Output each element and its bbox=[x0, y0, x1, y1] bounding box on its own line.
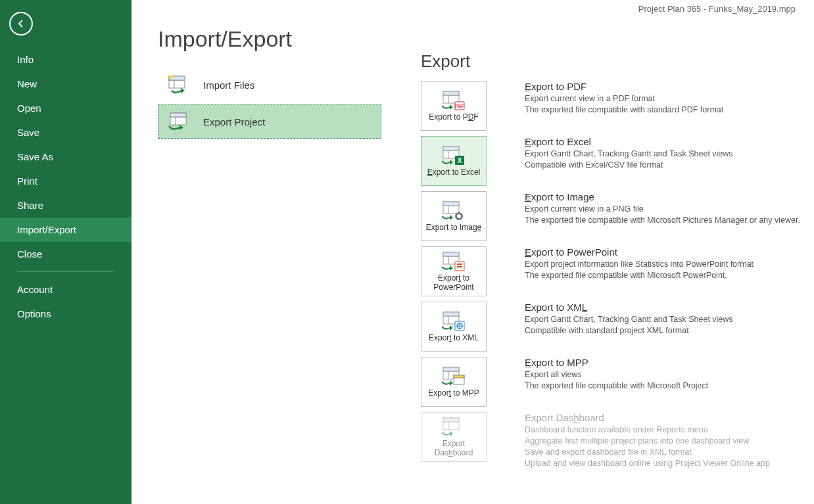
export-subtext: Export current view in a PDF format bbox=[525, 93, 723, 104]
svg-text:X: X bbox=[458, 157, 462, 164]
export-subtext: Compatible with standard project XML for… bbox=[525, 325, 733, 336]
dash-icon bbox=[442, 417, 466, 438]
export-description: Export DashboardDashboard function avail… bbox=[525, 412, 770, 469]
sidebar-item-save[interactable]: Save bbox=[0, 120, 132, 145]
tile-label: Export to Image bbox=[426, 223, 482, 232]
sidebar-item-close[interactable]: Close bbox=[0, 242, 132, 266]
svg-rect-35 bbox=[443, 252, 459, 256]
window-title: Project Plan 365 - Funks_May_2019.mpp bbox=[638, 4, 796, 14]
export-description: Export to ExcelExport Gantt Chart, Track… bbox=[525, 136, 733, 171]
sidebar-item-new[interactable]: New bbox=[0, 72, 132, 96]
svg-rect-55 bbox=[454, 375, 464, 378]
svg-rect-14 bbox=[443, 91, 459, 95]
export-tile-mpp[interactable]: Export to MPP bbox=[421, 357, 487, 407]
export-title: Export to Excel bbox=[525, 136, 733, 147]
image-icon bbox=[442, 200, 466, 221]
right-column: Export PDFExport to PDFExport to PDFExpo… bbox=[421, 0, 814, 504]
export-row-mpp: Export to MPPExport to MPPExport all vie… bbox=[421, 357, 801, 407]
backstage-sidebar: InfoNewOpenSaveSave AsPrintShareImport/E… bbox=[0, 0, 132, 504]
export-tile-pdf[interactable]: PDFExport to PDF bbox=[421, 81, 487, 131]
export-subtext: Dashboard function available under Repor… bbox=[525, 424, 770, 436]
xml-icon bbox=[442, 311, 466, 332]
export-description: Export to ImageExport current view in a … bbox=[525, 191, 800, 226]
export-title: Export to MPP bbox=[525, 357, 708, 368]
svg-rect-52 bbox=[443, 367, 459, 371]
export-title: Export to XML bbox=[525, 302, 733, 313]
tile-label: Export to PDF bbox=[429, 112, 478, 122]
pdf-icon: PDF bbox=[442, 90, 466, 111]
export-icon bbox=[168, 112, 191, 131]
sidebar-item-options[interactable]: Options bbox=[0, 302, 132, 326]
sidebar-item-print[interactable]: Print bbox=[0, 169, 132, 193]
tile-label: Export Dashboard bbox=[424, 439, 483, 458]
export-subtext: Export all views bbox=[525, 369, 708, 380]
export-tile-dash: Export Dashboard bbox=[421, 412, 487, 462]
sidebar-item-share[interactable]: Share bbox=[0, 193, 132, 218]
export-subtext: The exported file compatible with Micros… bbox=[525, 270, 754, 281]
svg-marker-36 bbox=[450, 265, 453, 271]
svg-marker-60 bbox=[450, 431, 453, 436]
svg-marker-44 bbox=[450, 325, 453, 331]
export-subtext: Compatible with Excel/CSV file format bbox=[525, 160, 733, 171]
export-tile-xml[interactable]: Export to XML bbox=[421, 302, 487, 352]
export-title: Export to Image bbox=[525, 191, 800, 202]
export-description: Export to XMLExport Gantt Chart, Trackin… bbox=[525, 302, 733, 336]
export-subtext: The exported file compatible with Micros… bbox=[525, 380, 708, 392]
svg-marker-15 bbox=[450, 104, 453, 110]
export-tile-image[interactable]: Export to Image bbox=[421, 191, 487, 241]
sidebar-item-account[interactable]: Account bbox=[0, 277, 132, 302]
export-row-xml: Export to XMLExport to XMLExport Gantt C… bbox=[421, 302, 801, 352]
export-row-image: Export to ImageExport to ImageExport cur… bbox=[421, 191, 801, 241]
export-project-option[interactable]: Export Project bbox=[158, 104, 381, 139]
export-title: Export Dashboard bbox=[525, 412, 770, 423]
export-subtext: Upload and view dashboard online using P… bbox=[525, 458, 770, 469]
svg-rect-39 bbox=[457, 266, 462, 267]
export-subtext: The exported file compatible with Micros… bbox=[525, 215, 800, 226]
svg-marker-10 bbox=[180, 125, 183, 130]
export-row-dash: Export DashboardExport DashboardDashboar… bbox=[421, 412, 801, 469]
tile-label: Export to PowerPoint bbox=[424, 273, 483, 292]
svg-marker-29 bbox=[450, 215, 453, 220]
svg-rect-59 bbox=[443, 418, 459, 422]
export-description: Export to PDFExport current view in a PD… bbox=[525, 81, 723, 116]
sidebar-item-open[interactable]: Open bbox=[0, 96, 132, 120]
sidebar-separator bbox=[17, 271, 114, 272]
import-files-option[interactable]: Import Files bbox=[158, 68, 381, 102]
excel-icon: X bbox=[442, 145, 466, 166]
svg-marker-4 bbox=[181, 88, 185, 93]
export-title: Export to PDF bbox=[525, 81, 723, 92]
export-subtext: The exported file compatible with standa… bbox=[525, 104, 723, 116]
svg-marker-22 bbox=[450, 160, 453, 165]
export-title: Export to PowerPoint bbox=[525, 246, 754, 258]
export-subtext: Export current view in a PNG file bbox=[525, 204, 800, 215]
sidebar-item-import-export[interactable]: Import/Export bbox=[0, 218, 132, 242]
tile-label: Export to Excel bbox=[427, 168, 481, 177]
export-row-excel: XExport to ExcelExport to ExcelExport Ga… bbox=[421, 136, 801, 186]
svg-text:PDF: PDF bbox=[455, 104, 465, 108]
export-tile-ppt[interactable]: Export to PowerPoint bbox=[421, 246, 487, 296]
export-subtext: Export project information like Statisti… bbox=[525, 259, 754, 270]
sidebar-item-save-as[interactable]: Save As bbox=[0, 145, 132, 169]
mpp-icon bbox=[442, 366, 466, 387]
main-content: Project Plan 365 - Funks_May_2019.mpp Im… bbox=[132, 0, 814, 504]
sidebar-item-info[interactable]: Info bbox=[0, 47, 132, 72]
export-row-pdf: PDFExport to PDFExport to PDFExport curr… bbox=[421, 81, 801, 131]
export-row-ppt: Export to PowerPointExport to PowerPoint… bbox=[421, 246, 801, 296]
menu-option-label: Export Project bbox=[203, 116, 265, 127]
export-description: Export to PowerPointExport project infor… bbox=[525, 246, 754, 281]
svg-point-31 bbox=[457, 214, 461, 218]
back-arrow-icon bbox=[15, 18, 27, 30]
svg-rect-43 bbox=[443, 312, 459, 316]
section-heading: Export bbox=[421, 51, 801, 72]
svg-rect-38 bbox=[457, 263, 462, 265]
export-subtext: Export Gantt Chart, Tracking Gantt and T… bbox=[525, 314, 733, 325]
import-icon bbox=[168, 75, 191, 95]
left-column: Import/Export Import FilesExport Project bbox=[132, 0, 421, 504]
svg-marker-53 bbox=[450, 380, 453, 386]
export-tile-excel[interactable]: XExport to Excel bbox=[421, 136, 487, 186]
ppt-icon bbox=[442, 251, 466, 272]
tile-label: Export to MPP bbox=[428, 388, 479, 398]
export-description: Export to MPPExport all viewsThe exporte… bbox=[525, 357, 708, 392]
back-button[interactable] bbox=[9, 12, 33, 35]
tile-label: Export to XML bbox=[429, 333, 479, 342]
